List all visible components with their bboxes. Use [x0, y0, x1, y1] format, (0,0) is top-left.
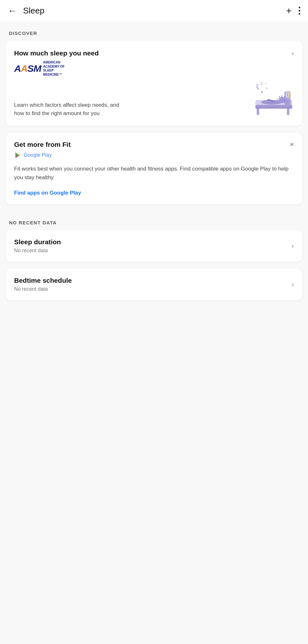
svg-line-8 [282, 96, 282, 97]
more-options-button[interactable] [299, 7, 300, 15]
card-subtitle: No recent data [14, 248, 61, 254]
card-subtitle: No recent data [14, 286, 72, 292]
svg-text:Z: Z [261, 82, 263, 86]
back-button[interactable]: ← [8, 6, 17, 15]
card-title: Bedtime schedule [14, 277, 72, 284]
card-header: How much sleep you need › [14, 49, 294, 61]
card-description: Fit works best when you connect your oth… [14, 164, 294, 182]
discover-section-label: DISCOVER [0, 21, 308, 40]
google-play-icon [14, 152, 21, 159]
page-title: Sleep [23, 6, 286, 16]
app-header: ← Sleep + [0, 0, 308, 21]
svg-line-7 [279, 96, 280, 97]
dot-icon [299, 7, 300, 8]
aasm-text: AASM [14, 63, 41, 74]
sleep-illustration: Z Z Z [252, 82, 294, 118]
dot-icon [299, 13, 300, 15]
bedtime-schedule-card[interactable]: Bedtime schedule No recent data › [6, 268, 302, 300]
how-much-sleep-card[interactable]: How much sleep you need › AASM American … [6, 40, 302, 126]
svg-point-11 [261, 91, 263, 93]
aasm-logo: AASM American Academy of Sleep Medicine™ [14, 61, 294, 77]
header-actions: + [286, 6, 300, 16]
card-title: How much sleep you need [14, 49, 99, 57]
card-content: Bedtime schedule No recent data [14, 277, 72, 292]
aasm-a1: A [14, 63, 21, 74]
chevron-right-icon: › [292, 242, 294, 250]
card-title: Sleep duration [14, 238, 61, 246]
svg-text:Z: Z [265, 82, 267, 84]
card-content: Sleep duration No recent data [14, 238, 61, 254]
dot-icon [299, 10, 300, 12]
google-play-badge: Google Play [14, 152, 294, 159]
aasm-tagline: American Academy of Sleep Medicine™ [43, 61, 72, 77]
svg-text:Z: Z [256, 84, 259, 88]
card-description: Learn which factors affect sleep needs, … [14, 101, 123, 118]
svg-point-12 [266, 88, 267, 89]
card-header: Get more from Fit × [14, 141, 294, 148]
no-recent-data-section-label: NO RECENT DATA [0, 211, 308, 230]
aasm-a2: A [21, 63, 28, 74]
sleep-duration-card[interactable]: Sleep duration No recent data › [6, 230, 302, 262]
bottom-spacer [0, 307, 308, 371]
close-button[interactable]: × [290, 141, 294, 148]
add-button[interactable]: + [286, 6, 292, 16]
get-more-from-fit-card[interactable]: Get more from Fit × Google Play Fit work… [6, 132, 302, 204]
find-apps-link[interactable]: Find apps on Google Play [14, 190, 81, 196]
aasm-s: S [27, 63, 33, 74]
svg-rect-2 [287, 108, 289, 115]
google-play-label: Google Play [24, 152, 52, 158]
card-body: Learn which factors affect sleep needs, … [14, 82, 294, 118]
chevron-right-icon: › [292, 280, 294, 289]
svg-rect-1 [257, 108, 259, 115]
chevron-right-icon: › [292, 49, 294, 58]
card-title: Get more from Fit [14, 141, 71, 148]
aasm-m: M [33, 63, 41, 74]
